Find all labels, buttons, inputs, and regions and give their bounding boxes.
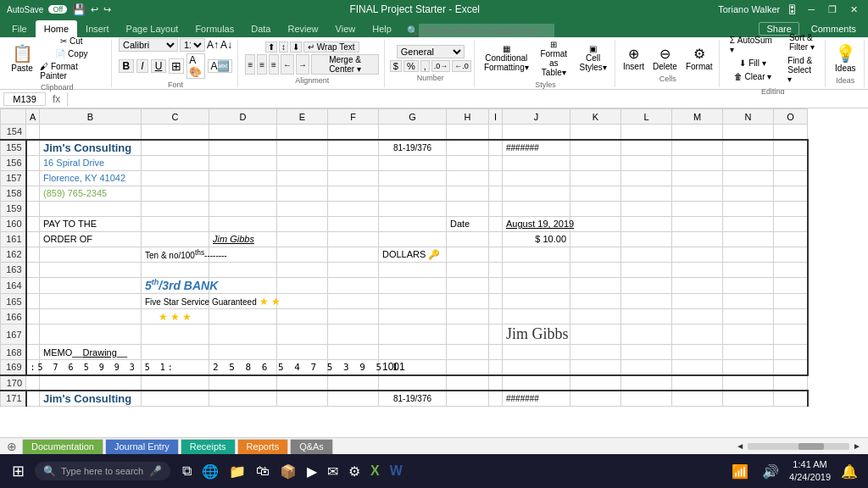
font-size-select[interactable]: 11 bbox=[180, 38, 205, 52]
delete-button[interactable]: ⊖ Delete bbox=[649, 44, 681, 73]
sheet-tab-journal-entry[interactable]: Journal Entry bbox=[105, 439, 179, 454]
tab-help[interactable]: Help bbox=[364, 20, 400, 37]
dropbox-icon[interactable]: 📦 bbox=[276, 460, 300, 483]
col-header-d[interactable]: D bbox=[209, 109, 277, 125]
border-icon[interactable]: ⊞ bbox=[169, 58, 184, 74]
col-header-h[interactable]: H bbox=[447, 109, 489, 125]
tab-data[interactable]: Data bbox=[242, 20, 279, 37]
col-header-m[interactable]: M bbox=[672, 109, 723, 125]
col-header-o[interactable]: O bbox=[774, 109, 808, 125]
edge-icon[interactable]: 🌐 bbox=[198, 460, 222, 483]
decimal-inc-button[interactable]: .0→ bbox=[431, 60, 451, 72]
percent-button[interactable]: % bbox=[403, 60, 419, 72]
settings-icon[interactable]: ⚙ bbox=[345, 460, 364, 483]
font-color-icon[interactable]: A🔤 bbox=[208, 59, 232, 73]
copy-button[interactable]: 📄 Copy bbox=[37, 48, 105, 59]
ideas-button[interactable]: 💡 Ideas bbox=[832, 42, 860, 75]
bold-button[interactable]: B bbox=[119, 59, 135, 73]
add-sheet-btn[interactable]: ⊕ bbox=[3, 440, 20, 453]
merge-center-button[interactable]: Merge & Center ▾ bbox=[311, 54, 379, 75]
sheet-tab-reports[interactable]: Reports bbox=[237, 439, 289, 454]
tab-formulas[interactable]: Formulas bbox=[186, 20, 242, 37]
find-select-button[interactable]: Find &Select ▾ bbox=[784, 54, 819, 86]
fill-button[interactable]: ⬇ Fill ▾ bbox=[726, 57, 779, 69]
col-header-b[interactable]: B bbox=[40, 109, 142, 125]
decimal-dec-button[interactable]: ←.0 bbox=[452, 60, 471, 72]
col-header-i[interactable]: I bbox=[489, 109, 503, 125]
insert-button[interactable]: ⊕ Insert bbox=[620, 44, 648, 73]
horizontal-scrollbar[interactable] bbox=[748, 443, 849, 450]
align-middle-button[interactable]: ↕ bbox=[279, 42, 288, 53]
netflix-icon[interactable]: ▶ bbox=[303, 460, 320, 483]
formula-input[interactable] bbox=[71, 94, 865, 104]
mic-icon[interactable]: 🎤 bbox=[149, 465, 162, 477]
fill-color-icon[interactable]: A🎨 bbox=[186, 53, 205, 79]
format-painter-button[interactable]: 🖌 Format Painter bbox=[37, 61, 105, 81]
ribbon-toggle-icon[interactable]: 🎛 bbox=[787, 3, 798, 16]
minimize-btn[interactable]: ─ bbox=[804, 4, 818, 14]
italic-button[interactable]: I bbox=[136, 59, 147, 73]
start-button[interactable]: ⊞ bbox=[7, 458, 30, 484]
col-header-j[interactable]: J bbox=[503, 109, 570, 125]
col-header-a[interactable]: A bbox=[26, 109, 40, 125]
sheet-tab-qas[interactable]: Q&As bbox=[290, 439, 333, 454]
col-header-c[interactable]: C bbox=[142, 109, 209, 125]
tab-page-layout[interactable]: Page Layout bbox=[118, 20, 187, 37]
redo-icon[interactable]: ↪ bbox=[103, 4, 111, 15]
col-header-k[interactable]: K bbox=[570, 109, 621, 125]
format-as-table-button[interactable]: ⊞ Format asTable▾ bbox=[532, 38, 575, 79]
volume-icon[interactable]: 🔊 bbox=[759, 460, 782, 483]
wrap-text-button[interactable]: ↵ Wrap Text bbox=[303, 42, 359, 53]
font-grow-icon[interactable]: A↑ bbox=[207, 39, 219, 51]
autosave-toggle[interactable]: Off bbox=[48, 5, 67, 14]
font-shrink-icon[interactable]: A↓ bbox=[220, 39, 232, 51]
notification-icon[interactable]: 🔔 bbox=[837, 460, 861, 483]
col-header-g[interactable]: G bbox=[379, 109, 447, 125]
align-right-button[interactable]: ≡ bbox=[269, 54, 279, 75]
tab-review[interactable]: Review bbox=[279, 20, 326, 37]
search-bar[interactable]: 🔍 Type here to search 🎤 bbox=[35, 462, 170, 480]
restore-btn[interactable]: ❐ bbox=[825, 4, 840, 15]
cut-button[interactable]: ✂ Cut bbox=[37, 36, 105, 47]
currency-button[interactable]: $ bbox=[390, 60, 402, 72]
task-view-icon[interactable]: ⧉ bbox=[179, 460, 195, 482]
scroll-left-btn[interactable]: ◄ bbox=[736, 441, 744, 451]
sheet-tab-receipts[interactable]: Receipts bbox=[181, 439, 236, 454]
scroll-right-btn[interactable]: ► bbox=[853, 441, 861, 451]
word-taskbar-icon[interactable]: W bbox=[387, 460, 406, 482]
sheet-tab-documentation[interactable]: Documentation bbox=[22, 439, 103, 454]
col-header-f[interactable]: F bbox=[328, 109, 379, 125]
format-button[interactable]: ⚙ Format bbox=[682, 44, 716, 73]
col-header-l[interactable]: L bbox=[621, 109, 672, 125]
col-header-e[interactable]: E bbox=[277, 109, 328, 125]
comma-button[interactable]: , bbox=[420, 60, 430, 72]
paste-button[interactable]: 📋 Paste bbox=[8, 42, 36, 75]
name-box[interactable] bbox=[3, 92, 46, 106]
save-icon[interactable]: 💾 bbox=[72, 3, 86, 16]
col-header-n[interactable]: N bbox=[723, 109, 774, 125]
close-btn[interactable]: ✕ bbox=[847, 4, 861, 15]
number-format-select[interactable]: General bbox=[397, 45, 465, 58]
indent-more-button[interactable]: → bbox=[296, 54, 309, 75]
store-icon[interactable]: 🛍 bbox=[253, 460, 273, 482]
mail-icon[interactable]: ✉ bbox=[324, 460, 342, 483]
clear-button[interactable]: 🗑 Clear ▾ bbox=[726, 70, 779, 83]
indent-less-button[interactable]: ← bbox=[281, 54, 294, 75]
grid-container[interactable]: A B C D E F G H I J K L M N O bbox=[0, 108, 868, 437]
align-center-button[interactable]: ≡ bbox=[257, 54, 267, 75]
underline-button[interactable]: U bbox=[151, 59, 167, 73]
align-bottom-button[interactable]: ⬇ bbox=[290, 42, 302, 53]
align-top-button[interactable]: ⬆ bbox=[265, 42, 277, 53]
undo-icon[interactable]: ↩ bbox=[91, 4, 98, 15]
cell-styles-button[interactable]: ▣ CellStyles▾ bbox=[576, 42, 609, 74]
autosum-button[interactable]: Σ AutoSum ▾ bbox=[726, 34, 779, 56]
font-family-select[interactable]: Calibri bbox=[119, 38, 178, 52]
tab-view[interactable]: View bbox=[327, 20, 364, 37]
sort-filter-button[interactable]: Sort &Filter ▾ bbox=[784, 31, 819, 53]
file-explorer-icon[interactable]: 📁 bbox=[225, 460, 249, 483]
tell-me-input[interactable] bbox=[419, 24, 554, 37]
network-icon[interactable]: 📶 bbox=[728, 460, 752, 483]
align-left-button[interactable]: ≡ bbox=[245, 54, 255, 75]
excel-taskbar-icon[interactable]: X bbox=[367, 460, 383, 482]
conditional-formatting-button[interactable]: ▦ ConditionalFormatting▾ bbox=[481, 42, 531, 74]
